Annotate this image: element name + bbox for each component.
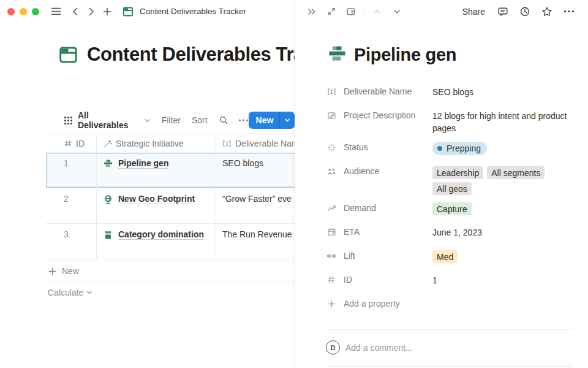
text-icon bbox=[326, 87, 336, 96]
calendar-icon bbox=[326, 228, 336, 237]
section-divider bbox=[326, 329, 572, 330]
app-window: Content Deliverables Tracker Content Del… bbox=[0, 0, 588, 368]
hash-icon bbox=[64, 139, 72, 148]
sort-button[interactable]: Sort bbox=[192, 115, 208, 125]
property-row-audience[interactable]: Audience Leadership All segments All geo… bbox=[326, 162, 573, 195]
comments-icon[interactable] bbox=[495, 4, 511, 20]
pipeline-bars-icon[interactable] bbox=[326, 44, 348, 66]
cell-strategic-initiative[interactable]: Category domination bbox=[97, 224, 216, 259]
cell-id[interactable]: 3 bbox=[46, 224, 97, 259]
table-row[interactable]: 1 Pipeline gen SEO blogs bbox=[46, 153, 295, 188]
section-divider bbox=[326, 366, 572, 367]
column-header-id[interactable]: ID bbox=[46, 134, 97, 153]
property-row-demand[interactable]: Demand Capture bbox=[326, 199, 573, 219]
property-value: 12 blogs for high intent and product pag… bbox=[432, 106, 573, 134]
record-header: Pipeline gen bbox=[326, 44, 456, 66]
updates-clock-icon[interactable] bbox=[517, 4, 533, 20]
record-title[interactable]: Pipeline gen bbox=[354, 45, 456, 65]
zoom-window-button[interactable] bbox=[32, 8, 39, 15]
more-options-icon[interactable] bbox=[238, 118, 249, 122]
new-record-dropdown-icon[interactable] bbox=[279, 112, 295, 129]
forward-icon[interactable] bbox=[83, 4, 99, 20]
table-header-row: ID Strategic Initiative Deliverable Name bbox=[46, 134, 295, 153]
avatar: D bbox=[326, 340, 340, 355]
property-row-id[interactable]: ID 1 bbox=[326, 270, 573, 291]
calculate-button[interactable]: Calculate bbox=[48, 282, 92, 303]
plus-icon bbox=[326, 299, 336, 309]
trend-icon bbox=[326, 204, 336, 213]
cell-deliverable-name[interactable]: SEO blogs bbox=[216, 153, 295, 188]
property-value: 1 bbox=[432, 270, 573, 291]
hash-icon bbox=[326, 275, 336, 284]
property-row-status[interactable]: Status Prepping bbox=[326, 138, 573, 158]
people-icon bbox=[326, 167, 336, 176]
edit-icon bbox=[326, 111, 336, 120]
cell-deliverable-name[interactable]: The Run Revenue S bbox=[216, 224, 295, 259]
add-row-button[interactable]: New bbox=[46, 261, 295, 282]
pipeline-bars-icon bbox=[103, 159, 113, 169]
column-header-strategic-initiative[interactable]: Strategic Initiative bbox=[97, 134, 216, 153]
view-selector[interactable]: All Deliverables bbox=[78, 110, 141, 130]
close-peek-icon[interactable] bbox=[304, 4, 320, 20]
books-icon bbox=[103, 230, 113, 240]
view-chevron-down-icon[interactable] bbox=[144, 117, 151, 124]
property-row-lift[interactable]: Lift Med bbox=[326, 247, 573, 267]
window-topbar: Content Deliverables Tracker bbox=[0, 0, 295, 23]
peek-panel: Share Pipeline gen bbox=[295, 0, 588, 368]
property-row-eta[interactable]: ETA June 1, 2023 bbox=[326, 223, 573, 243]
page-link[interactable]: Category domination bbox=[118, 229, 204, 239]
audience-tag[interactable]: Leadership bbox=[432, 166, 483, 179]
globe-icon bbox=[103, 194, 113, 205]
page-more-options-icon[interactable] bbox=[561, 4, 577, 20]
page-link[interactable]: New Geo Footprint bbox=[118, 194, 195, 204]
database-toolbar: All Deliverables Filter Sort New bbox=[64, 111, 295, 129]
side-peek-layout-icon[interactable] bbox=[343, 4, 359, 20]
new-record-button[interactable]: New bbox=[249, 112, 280, 129]
back-icon[interactable] bbox=[67, 4, 83, 20]
page-link[interactable]: Pipeline gen bbox=[118, 158, 168, 168]
share-button[interactable]: Share bbox=[462, 7, 485, 17]
cell-id[interactable]: 1 bbox=[46, 153, 97, 188]
cell-strategic-initiative[interactable]: Pipeline gen bbox=[97, 153, 216, 188]
plus-icon bbox=[48, 267, 57, 276]
comment-input[interactable] bbox=[345, 343, 572, 353]
page-header: Content Deliverables Tracker bbox=[59, 44, 295, 66]
cell-deliverable-name[interactable]: “Grow Faster” eve bbox=[216, 188, 295, 223]
add-property-button[interactable]: Add a property bbox=[326, 294, 573, 315]
lift-tag[interactable]: Med bbox=[432, 250, 458, 263]
new-record-split-button: New bbox=[249, 112, 295, 129]
expand-page-icon[interactable] bbox=[323, 4, 339, 20]
property-row-project-description[interactable]: Project Description 12 blogs for high in… bbox=[326, 106, 573, 134]
page-title-icon[interactable] bbox=[59, 45, 78, 64]
sidebar-menu-icon[interactable] bbox=[48, 4, 64, 20]
dumbbell-icon bbox=[326, 251, 336, 261]
close-window-button[interactable] bbox=[7, 8, 15, 15]
favorite-star-icon[interactable] bbox=[539, 4, 555, 20]
minimize-window-button[interactable] bbox=[20, 8, 27, 15]
property-row-deliverable-name[interactable]: Deliverable Name SEO blogs bbox=[326, 82, 573, 102]
cell-id[interactable]: 2 bbox=[46, 188, 97, 223]
page-title[interactable]: Content Deliverables Tracker bbox=[87, 44, 295, 66]
previous-record-icon[interactable] bbox=[369, 4, 385, 20]
table-row[interactable]: 2 New Geo Footprint “Grow Faster” eve bbox=[46, 188, 295, 224]
wand-icon bbox=[103, 139, 112, 148]
main-pane: Content Deliverables Tracker Content Del… bbox=[0, 0, 295, 368]
column-header-deliverable-name[interactable]: Deliverable Name bbox=[216, 134, 295, 153]
comment-composer: D bbox=[326, 340, 572, 355]
audience-tag[interactable]: All segments bbox=[487, 166, 545, 179]
peek-topbar: Share bbox=[295, 0, 588, 23]
property-value: SEO blogs bbox=[432, 82, 573, 102]
status-pill[interactable]: Prepping bbox=[432, 142, 487, 155]
demand-tag[interactable]: Capture bbox=[432, 202, 472, 215]
topbar-divider bbox=[364, 7, 364, 17]
table-row[interactable]: 3 Category domination The Run Revenue S bbox=[46, 224, 295, 259]
cell-strategic-initiative[interactable]: New Geo Footprint bbox=[97, 188, 216, 223]
search-icon[interactable] bbox=[219, 115, 228, 125]
new-tab-icon[interactable] bbox=[99, 4, 115, 20]
audience-tag[interactable]: All geos bbox=[432, 182, 472, 195]
status-icon bbox=[326, 143, 336, 152]
next-record-icon[interactable] bbox=[389, 4, 405, 20]
text-icon bbox=[222, 139, 232, 148]
filter-button[interactable]: Filter bbox=[162, 115, 181, 125]
views-grid-icon[interactable] bbox=[64, 116, 73, 125]
